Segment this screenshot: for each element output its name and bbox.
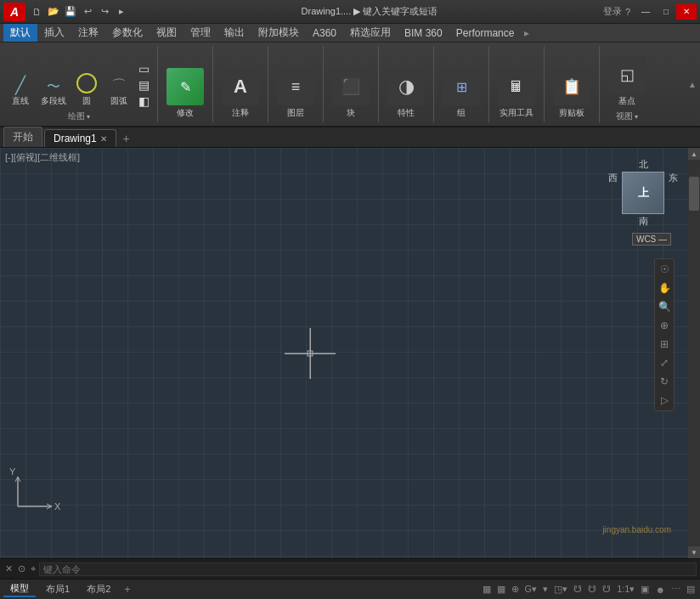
compass-empty4 (665, 215, 681, 228)
ribbon-btn-polyline[interactable]: 〜 多段线 (37, 78, 70, 109)
compass-north[interactable]: 北 (622, 158, 664, 171)
app-logo[interactable]: A (3, 3, 25, 21)
minimize-button[interactable]: — (635, 4, 656, 20)
properties-icon[interactable]: ▤ (685, 584, 697, 595)
tab-drawing1-close[interactable]: ✕ (100, 134, 107, 144)
menu-featured[interactable]: 精选应用 (343, 24, 398, 42)
viewcube-wcs-button[interactable]: WCS — (632, 233, 671, 246)
selection-icon[interactable]: ☋ (601, 584, 612, 595)
save-icon[interactable]: 💾 (63, 4, 78, 20)
menu-manage[interactable]: 管理 (183, 24, 217, 42)
settings-icon[interactable]: ⋯ (669, 584, 682, 595)
ortho-icon[interactable]: ⊕ (510, 584, 521, 595)
transparency-icon[interactable]: ☋ (586, 584, 598, 595)
open-icon[interactable]: 📂 (46, 4, 61, 20)
canvas-viewport[interactable]: [-][俯视][二维线框] 北 西 上 东 南 (0, 148, 688, 558)
ribbon-btn-properties[interactable]: ◑ 特性 (384, 66, 428, 121)
scroll-down-button[interactable]: ▼ (688, 546, 700, 558)
ribbon-btn-basepoint[interactable]: ◱ 基点 (605, 54, 649, 109)
snap-icon[interactable]: ▦ (495, 584, 507, 595)
polar-icon[interactable]: G▾ (523, 584, 539, 595)
annotation-icon[interactable]: ▣ (639, 584, 651, 595)
menu-view[interactable]: 视图 (150, 24, 183, 42)
ribbon-btn-annotate[interactable]: A 注释 (218, 66, 262, 121)
menu-performance[interactable]: Performance (449, 25, 522, 41)
tab-drawing1[interactable]: Drawing1 ✕ (44, 129, 116, 147)
compass-east[interactable]: 东 (665, 172, 681, 214)
view-expand-icon[interactable]: ▾ (635, 113, 638, 121)
ribbon-btn-block[interactable]: ⬛ 块 (329, 66, 373, 121)
menu-output[interactable]: 输出 (217, 24, 251, 42)
tab-start[interactable]: 开始 (3, 127, 42, 147)
ribbon-btn-utilities[interactable]: 🖩 实用工具 (494, 66, 539, 121)
viewcube[interactable]: 北 西 上 东 南 WCS — (605, 158, 681, 246)
cmd-close-icon[interactable]: ✕ (3, 563, 14, 574)
scroll-thumb[interactable] (689, 177, 699, 211)
menu-insert[interactable]: 插入 (37, 24, 71, 42)
menu-addons[interactable]: 附加模块 (251, 24, 306, 42)
menu-default[interactable]: 默认 (3, 24, 37, 42)
menu-bim360[interactable]: BIM 360 (398, 25, 449, 41)
maximize-button[interactable]: □ (656, 4, 676, 20)
draw-label-text: 绘图 (68, 110, 85, 122)
ribbon-group-draw-label[interactable]: 绘图 ▾ (68, 110, 90, 122)
undo-icon[interactable]: ↩ (80, 4, 95, 20)
ribbon-btn-hatch[interactable]: ▤ (136, 77, 152, 93)
ribbon-btn-layers[interactable]: ≡ 图层 (274, 66, 318, 121)
hand-tool-icon[interactable]: ✋ (657, 280, 672, 296)
statusbar-layout1-tab[interactable]: 布局1 (39, 582, 76, 596)
statusbar-model-tab[interactable]: 模型 (3, 581, 36, 597)
ribbon-btn-arc[interactable]: ⌒ 圆弧 (104, 76, 134, 109)
ribbon-btn-rect[interactable]: ▭ (136, 61, 152, 76)
more-icon[interactable]: ▸ (114, 4, 129, 20)
pan-realtime-icon[interactable]: ☉ (657, 262, 672, 277)
statusbar-add-layout-button[interactable]: + (121, 583, 134, 596)
ribbon-btn-modify[interactable]: ✎ 修改 (163, 66, 207, 121)
cmd-arrow-icon[interactable]: ⌖ (29, 563, 37, 574)
ribbon-props-items: ◑ 特性 (384, 46, 428, 121)
vertical-scrollbar[interactable]: ▲ ▼ (688, 148, 700, 558)
cmd-gear-icon[interactable]: ⊙ (16, 563, 27, 574)
scroll-up-button[interactable]: ▲ (688, 148, 700, 160)
new-icon[interactable]: 🗋 (29, 4, 44, 20)
compass-south[interactable]: 南 (622, 215, 664, 228)
view-group-label[interactable]: 视图 ▾ (616, 110, 638, 122)
statusbar-layout2-tab[interactable]: 布局2 (80, 582, 117, 596)
ribbon-btn-circle[interactable]: 圆 (71, 71, 102, 109)
ribbon-btn-gradient[interactable]: ◧ (136, 93, 152, 109)
ribbon-btn-clipboard[interactable]: 📋 剪贴板 (550, 66, 594, 121)
draw-expand-icon[interactable]: ▾ (87, 113, 90, 121)
arc-icon: ⌒ (111, 78, 127, 93)
snap-grid-icon[interactable]: ▦ (481, 584, 493, 595)
otrack-icon[interactable]: ◳▾ (552, 584, 569, 595)
menu-annotate[interactable]: 注释 (71, 24, 105, 42)
command-input[interactable] (39, 562, 697, 576)
menu-a360[interactable]: A360 (306, 25, 343, 41)
osnap-icon[interactable]: ▾ (541, 584, 550, 595)
workspace-icon[interactable]: ☻ (653, 585, 667, 595)
scale-icon[interactable]: 1:1▾ (615, 584, 636, 595)
zoom-extents-icon[interactable]: ⤢ (657, 355, 672, 370)
menu-parametric[interactable]: 参数化 (105, 24, 150, 42)
redo-icon[interactable]: ↪ (97, 4, 112, 20)
scroll-track[interactable] (688, 160, 700, 546)
tab-add-button[interactable]: + (118, 130, 135, 147)
zoom-window-icon[interactable]: ⊞ (657, 336, 672, 352)
compass-west[interactable]: 西 (605, 172, 621, 214)
viewcube-cube[interactable]: 上 (622, 172, 664, 214)
zoom-realtime-icon[interactable]: ⊕ (657, 318, 672, 333)
ribbon-btn-group[interactable]: ⊞ 组 (439, 66, 483, 121)
fullscreen-icon[interactable]: ▷ (657, 393, 672, 408)
menu-overflow[interactable]: ▸ (524, 27, 529, 39)
properties-label: 特性 (398, 107, 415, 119)
orbit-icon[interactable]: ↻ (657, 374, 672, 389)
help-icon[interactable]: ? (625, 7, 630, 17)
ribbon-draw-extra: ▭ ▤ ◧ (136, 61, 152, 109)
ribbon-group-modify: ✎ 修改 (158, 46, 213, 122)
lineweight-icon[interactable]: ☋ (572, 584, 584, 595)
zoom-in-icon[interactable]: 🔍 (657, 299, 672, 314)
close-button[interactable]: ✕ (676, 4, 697, 20)
ribbon-btn-line[interactable]: ╱ 直线 (5, 75, 36, 109)
login-button[interactable]: 登录 (603, 5, 622, 18)
ribbon-collapse-btn[interactable]: ▲ (685, 46, 700, 122)
